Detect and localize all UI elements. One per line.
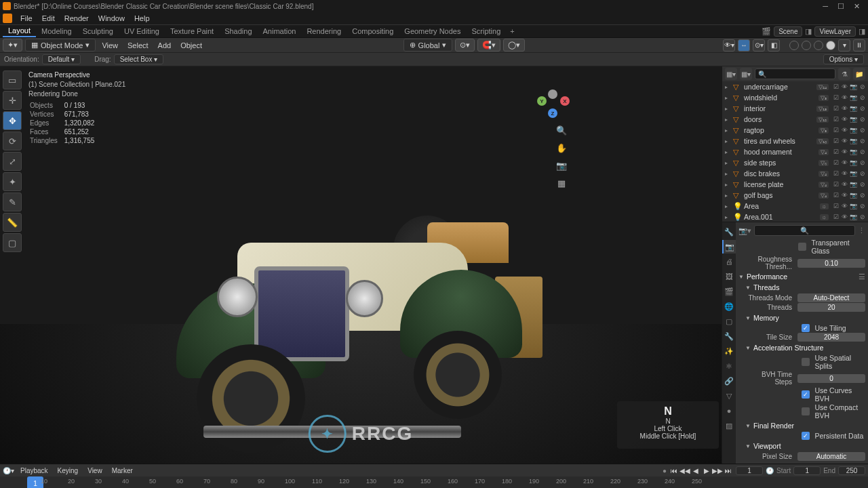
- threads-header[interactable]: ▼Threads: [745, 282, 865, 293]
- matprev-shading[interactable]: [814, 41, 823, 50]
- accel-header[interactable]: ▼Acceleration Structure: [745, 342, 865, 353]
- restrict-select-icon[interactable]: ☑: [831, 202, 840, 211]
- disable-icon[interactable]: ⊘: [858, 115, 867, 124]
- proportional-button[interactable]: ◯▾: [503, 39, 525, 52]
- play-reverse-icon[interactable]: ◀: [691, 466, 701, 475]
- transform-tool[interactable]: ✦: [3, 172, 22, 191]
- restrict-select-icon[interactable]: ☑: [831, 104, 840, 113]
- disable-icon[interactable]: ⊘: [858, 202, 867, 211]
- perf-header[interactable]: ▼Performance☰: [738, 271, 865, 282]
- outliner-row[interactable]: ▸▽ragtop▽₃☑👁📷⊘: [722, 125, 868, 136]
- rendered-shading[interactable]: [826, 41, 835, 50]
- menu-render[interactable]: Render: [60, 14, 93, 22]
- gizmo-z[interactable]: Z: [548, 108, 557, 118]
- rotate-tool[interactable]: ⟳: [3, 131, 22, 150]
- hide-render-icon[interactable]: 📷: [849, 115, 858, 124]
- threads-mode-field[interactable]: Auto-Detect: [797, 293, 865, 302]
- tab-texture-paint[interactable]: Texture Paint: [165, 26, 219, 37]
- bake-header[interactable]: ▶Bake: [738, 462, 865, 464]
- compact-bvh-checkbox[interactable]: [802, 407, 810, 415]
- tab-world-icon[interactable]: 🌐: [722, 300, 736, 313]
- props-options-icon[interactable]: ⋮: [858, 226, 865, 235]
- autokey-icon[interactable]: ●: [663, 467, 667, 474]
- outliner-display-icon[interactable]: ▦▾: [740, 68, 752, 80]
- add-workspace-button[interactable]: +: [506, 27, 518, 35]
- hide-render-icon[interactable]: 📷: [849, 213, 858, 222]
- gizmo-x[interactable]: X: [560, 96, 570, 106]
- outliner-row[interactable]: ▸▽doors▽₁₂☑👁📷⊘: [722, 114, 868, 125]
- hide-viewport-icon[interactable]: 👁: [840, 191, 849, 200]
- outliner-row[interactable]: ▸▽side steps▽₆☑👁📷⊘: [722, 157, 868, 168]
- hide-viewport-icon[interactable]: 👁: [840, 83, 849, 92]
- hide-render-icon[interactable]: 📷: [849, 94, 858, 102]
- menu-file[interactable]: File: [16, 14, 37, 22]
- hide-render-icon[interactable]: 📷: [849, 191, 858, 200]
- menu-view[interactable]: View: [98, 41, 121, 49]
- tab-viewlayer-icon[interactable]: 🖼: [722, 270, 736, 283]
- hide-render-icon[interactable]: 📷: [849, 126, 858, 135]
- tab-particle-icon[interactable]: ✨: [722, 344, 736, 358]
- persistent-data-checkbox[interactable]: ✓: [802, 432, 810, 440]
- outliner-row[interactable]: ▸💡Area☼☑👁📷⊘: [722, 201, 868, 211]
- outliner-row[interactable]: ▸▽hood ornament▽₄☑👁📷⊘: [722, 146, 868, 157]
- tab-tool-icon[interactable]: 🔧: [722, 225, 736, 239]
- nav-gizmo[interactable]: X Y Z: [534, 76, 572, 114]
- start-frame-field[interactable]: 1: [793, 466, 821, 475]
- clock-icon[interactable]: 🕐: [766, 467, 774, 474]
- list-icon[interactable]: ☰: [859, 272, 865, 281]
- editor-type-button[interactable]: ✦▾: [3, 39, 22, 52]
- scene-browse-icon[interactable]: ◨: [805, 27, 812, 36]
- tab-shading[interactable]: Shading: [219, 26, 257, 37]
- tab-modeling[interactable]: Modeling: [36, 26, 77, 37]
- hide-viewport-icon[interactable]: 👁: [840, 159, 849, 167]
- jump-start-icon[interactable]: ⏮: [669, 466, 679, 475]
- gizmo-toggle[interactable]: ↔: [738, 39, 750, 52]
- annotate-tool[interactable]: ✎: [3, 192, 22, 211]
- restrict-select-icon[interactable]: ☑: [831, 159, 840, 167]
- mode-selector[interactable]: ▦Object Mode▾: [25, 39, 96, 52]
- tab-constraint-icon[interactable]: 🔗: [722, 374, 736, 388]
- hide-viewport-icon[interactable]: 👁: [840, 213, 849, 222]
- tab-physics-icon[interactable]: ⚛: [722, 359, 736, 373]
- outliner-row[interactable]: ▸▽license plate▽₄☑👁📷⊘: [722, 179, 868, 190]
- disable-icon[interactable]: ⊘: [858, 213, 867, 222]
- viewlayer-field[interactable]: ViewLayer: [814, 26, 856, 37]
- tl-keying[interactable]: Keying: [54, 467, 82, 474]
- tab-output-icon[interactable]: 🖨: [722, 255, 736, 268]
- disable-icon[interactable]: ⊘: [858, 159, 867, 167]
- maximize-button[interactable]: ☐: [837, 2, 844, 11]
- outliner-row[interactable]: ▸▽tires and wheels▽₁₈☑👁📷⊘: [722, 136, 868, 146]
- select-box-tool[interactable]: ▭: [3, 70, 22, 89]
- tab-modifier-icon[interactable]: 🔧: [722, 329, 736, 343]
- viewport-3d[interactable]: ▭ ✛ ✥ ⟳ ⤢ ✦ ✎ 📏 ▢ Camera Perspective (1)…: [0, 66, 722, 464]
- gizmo-y[interactable]: Y: [537, 96, 547, 106]
- pixel-size-field[interactable]: Automatic: [797, 452, 865, 461]
- outliner-row[interactable]: ▸▽golf bags▽₄☑👁📷⊘: [722, 190, 868, 201]
- timeline-type-icon[interactable]: 🕐▾: [3, 467, 14, 474]
- disable-icon[interactable]: ⊘: [858, 104, 867, 113]
- restrict-select-icon[interactable]: ☑: [831, 169, 840, 178]
- restrict-select-icon[interactable]: ☑: [831, 115, 840, 124]
- disable-icon[interactable]: ⊘: [858, 148, 867, 157]
- snap-button[interactable]: 🧲▾: [477, 39, 500, 52]
- hide-viewport-icon[interactable]: 👁: [840, 148, 849, 157]
- xray-toggle[interactable]: ◧: [768, 39, 780, 52]
- hide-viewport-icon[interactable]: 👁: [840, 137, 849, 146]
- tab-render-icon[interactable]: 📷: [722, 240, 736, 253]
- restrict-select-icon[interactable]: ☑: [831, 191, 840, 200]
- hide-viewport-icon[interactable]: 👁: [840, 115, 849, 124]
- tab-scene-icon[interactable]: 🎬: [722, 285, 736, 298]
- orientation-selector[interactable]: Default ▾: [42, 54, 81, 64]
- disable-icon[interactable]: ⊘: [858, 83, 867, 92]
- gizmo-center[interactable]: [548, 89, 557, 99]
- end-frame-field[interactable]: 250: [838, 466, 865, 475]
- menu-help[interactable]: Help: [130, 14, 154, 22]
- restrict-select-icon[interactable]: ☑: [831, 137, 840, 146]
- tile-size-field[interactable]: 2048: [797, 333, 865, 342]
- hide-render-icon[interactable]: 📷: [849, 202, 858, 211]
- hide-viewport-icon[interactable]: 👁: [840, 202, 849, 211]
- outliner-mode-icon[interactable]: ▦▾: [725, 68, 737, 80]
- menu-add[interactable]: Add: [155, 41, 175, 49]
- bvh-time-field[interactable]: 0: [797, 374, 865, 383]
- disable-icon[interactable]: ⊘: [858, 126, 867, 135]
